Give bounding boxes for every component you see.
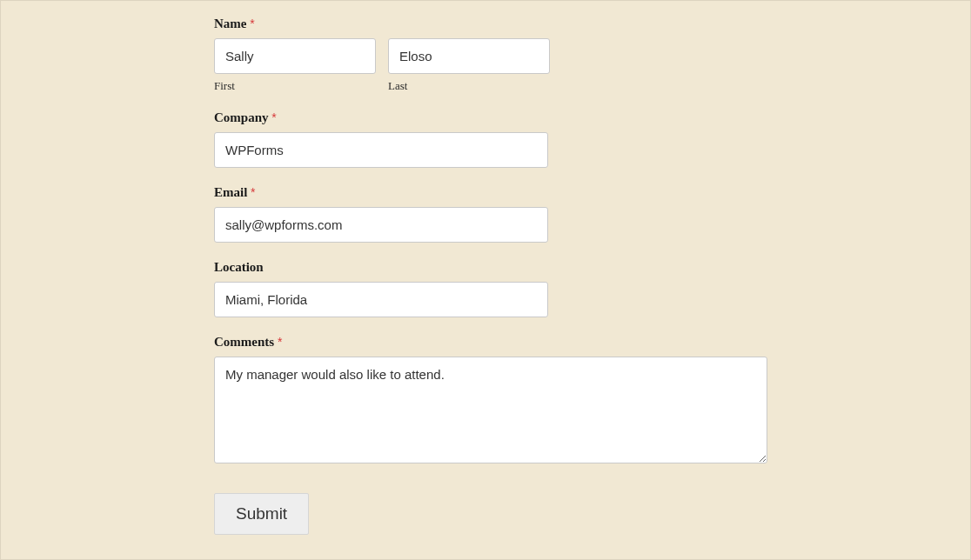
location-field: Location	[214, 260, 766, 317]
company-input[interactable]	[214, 132, 548, 168]
first-name-input[interactable]	[214, 38, 376, 74]
company-field: Company *	[214, 110, 766, 168]
company-required-mark: *	[271, 110, 276, 124]
last-name-input[interactable]	[388, 38, 550, 74]
email-required-mark: *	[251, 185, 255, 199]
email-label-text: Email	[214, 185, 247, 199]
company-label-text: Company	[214, 110, 269, 124]
email-field: Email *	[214, 185, 766, 243]
name-field: Name * First Last	[214, 17, 766, 93]
first-name-col: First	[214, 38, 376, 93]
first-name-sublabel: First	[214, 79, 376, 93]
comments-label-text: Comments	[214, 335, 274, 349]
name-label-text: Name	[214, 17, 247, 30]
name-row: First Last	[214, 38, 766, 93]
name-label: Name *	[214, 17, 766, 31]
form-container: Name * First Last Company * Email *	[0, 0, 971, 560]
last-name-col: Last	[388, 38, 550, 93]
location-input[interactable]	[214, 282, 548, 317]
submit-button[interactable]: Submit	[214, 493, 309, 535]
comments-textarea[interactable]	[214, 357, 767, 463]
company-label: Company *	[214, 110, 766, 125]
email-label: Email *	[214, 185, 766, 200]
last-name-sublabel: Last	[388, 79, 550, 93]
comments-label: Comments *	[214, 335, 766, 350]
location-label: Location	[214, 260, 766, 275]
name-required-mark: *	[250, 17, 254, 30]
comments-field: Comments *	[214, 335, 766, 467]
email-input[interactable]	[214, 207, 548, 243]
comments-required-mark: *	[278, 335, 282, 349]
location-label-text: Location	[214, 260, 264, 274]
